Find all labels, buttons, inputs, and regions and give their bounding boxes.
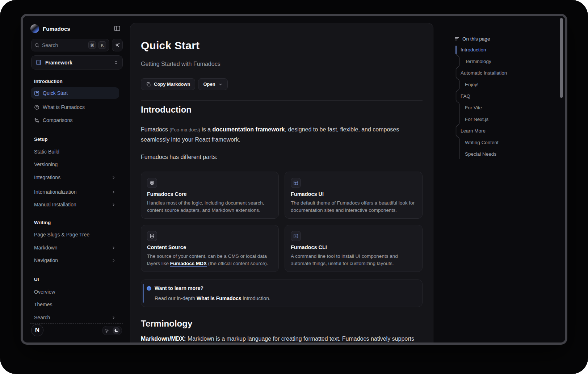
sidebar-item-quick-start[interactable]: Quick Start [31, 87, 119, 99]
sidebar-item-comparisons[interactable]: Comparisons [31, 114, 119, 126]
sidebar-item-themes[interactable]: Themes [31, 299, 119, 310]
card-description: The default theme of Fumadocs offers a b… [291, 199, 417, 214]
toc-item-terminology[interactable]: Terminology [465, 56, 491, 67]
album-icon [34, 91, 39, 96]
toc-item-faq[interactable]: FAQ [461, 91, 470, 102]
sidebar-section-ui: UI [31, 273, 119, 285]
sidebar-item-label: Markdown [34, 245, 58, 251]
sidebar-item-label: Navigation [34, 257, 58, 263]
help-circle-icon [34, 105, 39, 110]
terminology-paragraph: Markdown/MDX: Markdown is a markup langu… [141, 334, 425, 343]
what-is-fumadocs-link[interactable]: What is Fumadocs [197, 295, 242, 302]
sidebar-item-label: Manual Installation [34, 202, 76, 207]
card-title: Fumadocs Core [147, 191, 187, 197]
git-compare-icon [34, 118, 39, 123]
kbd-k: K [98, 41, 106, 49]
sidebar-item-static-build[interactable]: Static Build [31, 146, 119, 157]
sidebar-collapse-icon[interactable] [114, 25, 121, 32]
sidebar-footer-divider [30, 323, 123, 324]
toc-item-automatic-installation[interactable]: Automatic Installation [461, 67, 507, 79]
sidebar-item-label: Page Slugs & Page Tree [34, 232, 89, 238]
toc-item-enjoy[interactable]: Enjoy! [465, 79, 479, 91]
sidebar-item-page-slugs[interactable]: Page Slugs & Page Tree [31, 229, 119, 240]
search-input[interactable]: Search ⌘ K [31, 39, 109, 51]
framework-icon [35, 59, 42, 66]
list-icon [454, 36, 459, 41]
sidebar-item-navigation[interactable]: Navigation [31, 255, 119, 266]
main-content-panel: Quick Start Getting Started with Fumadoc… [130, 23, 433, 343]
ai-assistant-button[interactable] [112, 39, 123, 51]
card-description: A command line tool to install UI compon… [291, 253, 417, 267]
feature-cards: Fumadocs Core Handles most of the logic,… [141, 172, 423, 272]
callout-body: Read our in-depth What is Fumadocs intro… [155, 295, 270, 301]
section-heading-terminology: Terminology [141, 319, 192, 329]
callout-accent-bar [143, 284, 144, 303]
card-title: Fumadocs UI [291, 191, 324, 197]
chevron-right-icon [111, 202, 116, 207]
card-description: Handles most of the logic, including doc… [147, 199, 273, 214]
chevron-right-icon [111, 315, 116, 320]
sidebar: Fumadocs Search ⌘ K [23, 16, 130, 343]
moon-icon[interactable] [113, 327, 120, 334]
chevron-right-icon [111, 258, 116, 263]
desktop-background: Fumadocs Search ⌘ K [0, 0, 588, 374]
sidebar-item-label: Overview [34, 289, 55, 295]
app-window: Fumadocs Search ⌘ K [21, 14, 567, 345]
fumadocs-logo-icon [30, 24, 39, 33]
card-fumadocs-cli[interactable]: Fumadocs CLI A command line tool to inst… [285, 225, 423, 272]
sidebar-item-overview[interactable]: Overview [31, 286, 119, 298]
sidebar-section-setup: Setup [31, 133, 119, 145]
kbd-cmd: ⌘ [88, 41, 96, 49]
toc-item-introduction[interactable]: Introduction [461, 44, 486, 56]
brand[interactable]: Fumadocs [30, 24, 70, 33]
framework-selector[interactable]: Framework [31, 55, 123, 70]
search-icon [34, 43, 39, 48]
card-fumadocs-core[interactable]: Fumadocs Core Handles most of the logic,… [141, 172, 279, 219]
toc-item-learn-more[interactable]: Learn More [461, 125, 486, 137]
database-icon [147, 231, 157, 241]
app-window-content: Fumadocs Search ⌘ K [23, 16, 565, 343]
sidebar-item-internationalization[interactable]: Internationalization [31, 186, 119, 198]
sidebar-section-writing: Writing [31, 217, 119, 228]
sidebar-item-manual-installation[interactable]: Manual Installation [31, 199, 119, 210]
intro-paragraph: Fumadocs (Foo-ma docs) is a documentatio… [141, 125, 425, 144]
nextjs-logo[interactable]: N [31, 324, 43, 336]
search-placeholder: Search [42, 42, 58, 48]
copy-icon [146, 82, 151, 87]
toc-header: On this page [454, 35, 490, 43]
sidebar-section-introduction: Introduction [31, 75, 119, 87]
scrollbar-thumb[interactable] [560, 18, 563, 98]
chevron-right-icon [111, 175, 116, 180]
sidebar-item-label: Integrations [34, 175, 60, 180]
sidebar-item-versioning[interactable]: Versioning [31, 159, 119, 170]
page-actions: Copy Markdown Open [141, 78, 228, 90]
sidebar-item-markdown[interactable]: Markdown [31, 242, 119, 253]
page-title: Quick Start [141, 39, 200, 52]
card-description: The source of your content, can be a CMS… [147, 253, 273, 267]
toc-item-for-nextjs[interactable]: For Next.js [465, 114, 488, 125]
open-dropdown-button[interactable]: Open [198, 78, 227, 90]
toc-item-for-vite[interactable]: For Vite [465, 102, 482, 114]
sidebar-item-what-is-fumadocs[interactable]: What is Fumadocs [31, 101, 119, 113]
brand-name: Fumadocs [43, 26, 70, 32]
toc-item-writing-content[interactable]: Writing Content [465, 137, 499, 148]
card-content-source[interactable]: Content Source The source of your conten… [141, 225, 279, 272]
sidebar-item-label: Static Build [34, 149, 59, 155]
sidebar-item-label: Versioning [34, 161, 58, 167]
info-callout: Want to learn more? Read our in-depth Wh… [141, 280, 423, 307]
theme-toggle[interactable] [102, 326, 122, 335]
toc-item-special-needs[interactable]: Special Needs [465, 148, 496, 160]
sidebar-item-label: Internationalization [34, 189, 77, 195]
card-title: Fumadocs CLI [291, 244, 327, 250]
pronunciation-note: (Foo-ma docs) [169, 127, 200, 133]
sidebar-item-integrations[interactable]: Integrations [31, 172, 119, 183]
callout-title: Want to learn more? [155, 285, 203, 291]
chevrons-up-down-icon [114, 60, 118, 65]
sun-icon[interactable] [104, 328, 109, 333]
sidebar-item-search[interactable]: Search [31, 312, 119, 323]
card-fumadocs-ui[interactable]: Fumadocs UI The default theme of Fumadoc… [285, 172, 423, 219]
sidebar-item-label: What is Fumadocs [43, 104, 85, 110]
copy-markdown-button[interactable]: Copy Markdown [141, 78, 195, 90]
fumadocs-mdx-link[interactable]: Fumadocs MDX [170, 261, 207, 267]
chevron-down-icon [218, 82, 223, 87]
